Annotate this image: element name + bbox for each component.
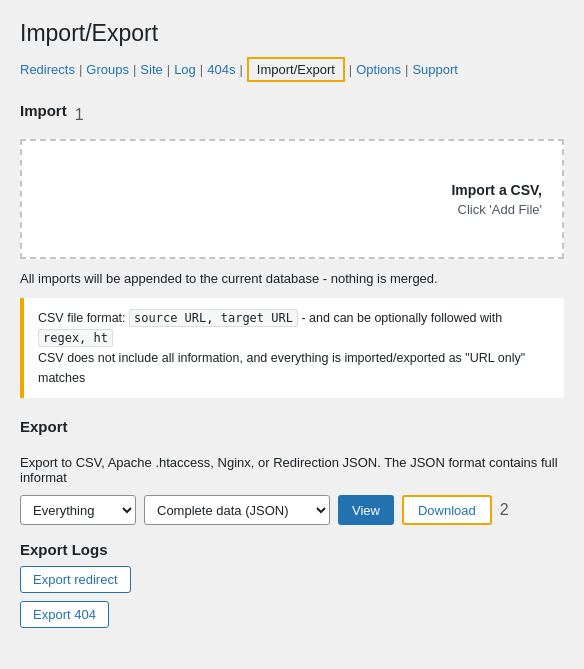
import-number: 1 [75, 106, 84, 124]
dropzone-subtitle: Click 'Add File' [458, 202, 542, 217]
download-button[interactable]: Download [402, 495, 492, 525]
export-404-button[interactable]: Export 404 [20, 601, 109, 628]
nav-log[interactable]: Log [174, 62, 196, 77]
nav-redirects[interactable]: Redirects [20, 62, 75, 77]
nav-import-export[interactable]: Import/Export [247, 57, 345, 82]
nav-sep-3: | [167, 62, 170, 77]
import-note: All imports will be appended to the curr… [20, 271, 564, 286]
export-filter-select[interactable]: Everything Groups Redirects 404s [20, 495, 136, 525]
nav-sep-4: | [200, 62, 203, 77]
csv-code2: regex, ht [38, 329, 113, 347]
view-button[interactable]: View [338, 495, 394, 525]
export-description: Export to CSV, Apache .htaccess, Nginx, … [20, 455, 564, 485]
export-logs-heading: Export Logs [20, 541, 564, 558]
csv-line1: CSV file format: source URL, target URL … [38, 308, 550, 348]
export-number: 2 [500, 501, 509, 519]
csv-line1-suffix: - and can be optionally followed with [301, 311, 502, 325]
nav-options[interactable]: Options [356, 62, 401, 77]
csv-code1: source URL, target URL [129, 309, 298, 327]
import-section-header: Import 1 [20, 102, 564, 127]
export-controls: Everything Groups Redirects 404s Complet… [20, 495, 564, 525]
export-section-header: Export [20, 418, 564, 443]
nav-sep-5: | [239, 62, 242, 77]
nav-sep-2: | [133, 62, 136, 77]
export-heading: Export [20, 418, 68, 435]
nav-sep-1: | [79, 62, 82, 77]
export-section: Export Export to CSV, Apache .htaccess, … [20, 418, 564, 525]
export-format-select[interactable]: Complete data (JSON) CSV Apache .htacces… [144, 495, 330, 525]
export-redirect-button[interactable]: Export redirect [20, 566, 131, 593]
nav-404s[interactable]: 404s [207, 62, 235, 77]
nav-sep-6: | [349, 62, 352, 77]
nav-site[interactable]: Site [140, 62, 162, 77]
nav-sep-7: | [405, 62, 408, 77]
export-logs-section: Export Logs Export redirect Export 404 [20, 541, 564, 628]
csv-line1-prefix: CSV file format: [38, 311, 126, 325]
csv-line2: CSV does not include all information, an… [38, 348, 550, 388]
nav-groups[interactable]: Groups [86, 62, 129, 77]
csv-info-box: CSV file format: source URL, target URL … [20, 298, 564, 398]
import-dropzone[interactable]: Import a CSV, Click 'Add File' [20, 139, 564, 259]
nav-support[interactable]: Support [412, 62, 458, 77]
dropzone-title: Import a CSV, [451, 182, 542, 198]
page-title: Import/Export [20, 20, 564, 47]
navigation: Redirects | Groups | Site | Log | 404s |… [20, 57, 564, 82]
import-heading: Import [20, 102, 67, 119]
